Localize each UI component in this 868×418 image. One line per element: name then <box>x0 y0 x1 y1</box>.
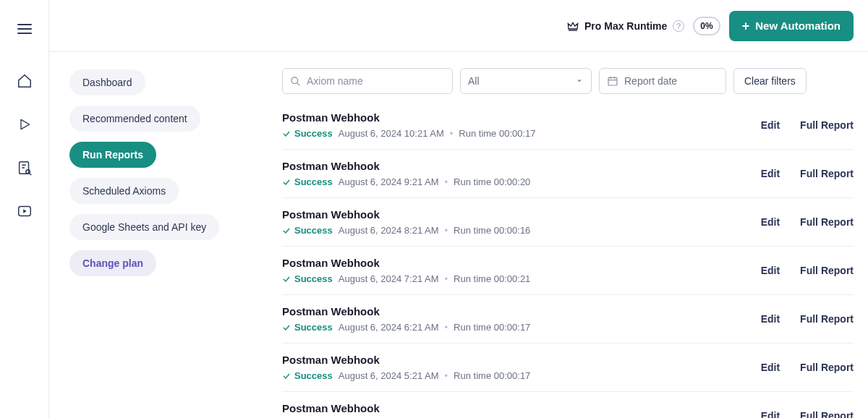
edit-link[interactable]: Edit <box>761 119 780 131</box>
report-meta: Success August 6, 2024 5:21 AM • Run tim… <box>282 370 761 381</box>
separator-dot: • <box>445 370 448 381</box>
full-report-link[interactable]: Full Report <box>800 410 854 418</box>
report-timestamp: August 6, 2024 9:21 AM <box>339 176 439 187</box>
crown-icon <box>567 21 579 31</box>
subnav: Dashboard Recommended content Run Report… <box>49 52 273 418</box>
separator-dot: • <box>445 322 448 333</box>
report-search-icon[interactable] <box>16 159 33 176</box>
svg-rect-4 <box>608 77 617 85</box>
status-badge: Success <box>282 225 333 236</box>
new-automation-label: New Automation <box>755 20 841 32</box>
separator-dot: • <box>450 128 454 139</box>
report-row: Postman Webhook Success August 6, 2024 8… <box>282 198 854 247</box>
search-input[interactable] <box>307 75 445 87</box>
status-badge: Success <box>282 128 333 139</box>
report-row: Postman Webhook Success August 6, 2024 9… <box>282 150 854 198</box>
reports-panel: All Report date Clear filters Pos <box>273 52 868 418</box>
full-report-link[interactable]: Full Report <box>800 313 854 325</box>
report-timestamp: August 6, 2024 6:21 AM <box>339 322 439 333</box>
full-report-link[interactable]: Full Report <box>800 216 854 228</box>
report-runtime: Run time 00:00:21 <box>454 273 530 284</box>
report-meta: Success August 6, 2024 9:21 AM • Run tim… <box>282 176 761 187</box>
status-select[interactable]: All <box>460 68 592 94</box>
status-badge: Success <box>282 273 333 284</box>
topbar: Pro Max Runtime ? 0% + New Automation <box>49 0 868 52</box>
date-placeholder: Report date <box>624 75 677 87</box>
full-report-link[interactable]: Full Report <box>800 265 854 276</box>
status-text: Success <box>294 370 333 381</box>
date-field[interactable]: Report date <box>599 68 726 94</box>
report-runtime: Run time 00:00:16 <box>454 225 530 236</box>
report-runtime: Run time 00:00:17 <box>454 322 530 333</box>
report-meta: Success August 6, 2024 10:21 AM • Run ti… <box>282 128 761 139</box>
clear-filters-button[interactable]: Clear filters <box>733 68 807 94</box>
edit-link[interactable]: Edit <box>761 313 780 325</box>
report-row: Postman Webhook Success August 6, 2024 7… <box>282 247 854 295</box>
report-row: Postman Webhook Success August 6, 2024 1… <box>282 111 854 150</box>
edit-link[interactable]: Edit <box>761 265 780 276</box>
report-runtime: Run time 00:00:20 <box>454 176 530 187</box>
separator-dot: • <box>445 273 448 284</box>
usage-percent-badge: 0% <box>693 17 720 35</box>
subnav-item-run-reports[interactable]: Run Reports <box>69 142 156 168</box>
status-text: Success <box>294 322 333 333</box>
report-title: Postman Webhook <box>282 208 761 221</box>
full-report-link[interactable]: Full Report <box>800 362 854 373</box>
help-icon[interactable]: ? <box>673 20 684 32</box>
status-text: Success <box>294 176 333 187</box>
separator-dot: • <box>445 225 448 236</box>
report-row: Postman Webhook Success August 6, 2024 5… <box>282 344 854 392</box>
full-report-link[interactable]: Full Report <box>800 168 854 179</box>
edit-link[interactable]: Edit <box>761 410 780 418</box>
report-meta: Success August 6, 2024 7:21 AM • Run tim… <box>282 273 761 284</box>
status-badge: Success <box>282 370 333 381</box>
report-runtime: Run time 00:00:17 <box>454 370 530 381</box>
chevron-down-icon <box>575 77 584 85</box>
status-text: Success <box>294 273 333 284</box>
report-runtime: Run time 00:00:17 <box>459 128 535 139</box>
subnav-item-gs-api[interactable]: Google Sheets and API key <box>69 214 219 240</box>
icon-sidebar <box>0 0 49 418</box>
report-title: Postman Webhook <box>282 354 761 366</box>
report-timestamp: August 6, 2024 8:21 AM <box>339 225 439 236</box>
report-row: Postman Webhook Success August 6, 2024 4… <box>282 392 854 418</box>
report-meta: Success August 6, 2024 8:21 AM • Run tim… <box>282 225 761 236</box>
report-title: Postman Webhook <box>282 402 761 414</box>
subnav-item-change-plan[interactable]: Change plan <box>69 250 156 276</box>
svg-point-3 <box>292 77 298 83</box>
edit-link[interactable]: Edit <box>761 216 780 228</box>
edit-link[interactable]: Edit <box>761 168 780 179</box>
status-badge: Success <box>282 176 333 187</box>
status-text: Success <box>294 225 333 236</box>
report-row: Postman Webhook Success August 6, 2024 6… <box>282 295 854 344</box>
video-icon[interactable] <box>16 202 33 220</box>
play-icon[interactable] <box>16 116 33 133</box>
search-field[interactable] <box>282 68 453 94</box>
report-title: Postman Webhook <box>282 111 761 124</box>
menu-icon[interactable] <box>16 20 33 38</box>
edit-link[interactable]: Edit <box>761 362 780 373</box>
calendar-icon <box>607 75 618 87</box>
plus-icon: + <box>742 20 750 33</box>
report-timestamp: August 6, 2024 10:21 AM <box>339 128 444 139</box>
full-report-link[interactable]: Full Report <box>800 119 854 131</box>
search-icon <box>290 76 301 87</box>
runtime-label: Pro Max Runtime <box>584 20 667 32</box>
report-meta: Success August 6, 2024 6:21 AM • Run tim… <box>282 322 761 333</box>
report-title: Postman Webhook <box>282 257 761 269</box>
home-icon[interactable] <box>16 72 33 90</box>
subnav-item-scheduled[interactable]: Scheduled Axioms <box>69 178 179 204</box>
report-title: Postman Webhook <box>282 305 761 317</box>
runtime-badge[interactable]: Pro Max Runtime ? <box>567 20 684 32</box>
reports-list: Postman Webhook Success August 6, 2024 1… <box>282 111 854 418</box>
new-automation-button[interactable]: + New Automation <box>729 11 854 41</box>
status-select-value: All <box>468 75 480 87</box>
report-timestamp: August 6, 2024 5:21 AM <box>339 370 439 381</box>
separator-dot: • <box>445 176 448 187</box>
subnav-item-recommended[interactable]: Recommended content <box>69 106 200 132</box>
filters-bar: All Report date Clear filters <box>282 68 854 94</box>
status-text: Success <box>294 128 333 139</box>
status-badge: Success <box>282 322 333 333</box>
subnav-item-dashboard[interactable]: Dashboard <box>69 69 145 95</box>
report-title: Postman Webhook <box>282 160 761 172</box>
